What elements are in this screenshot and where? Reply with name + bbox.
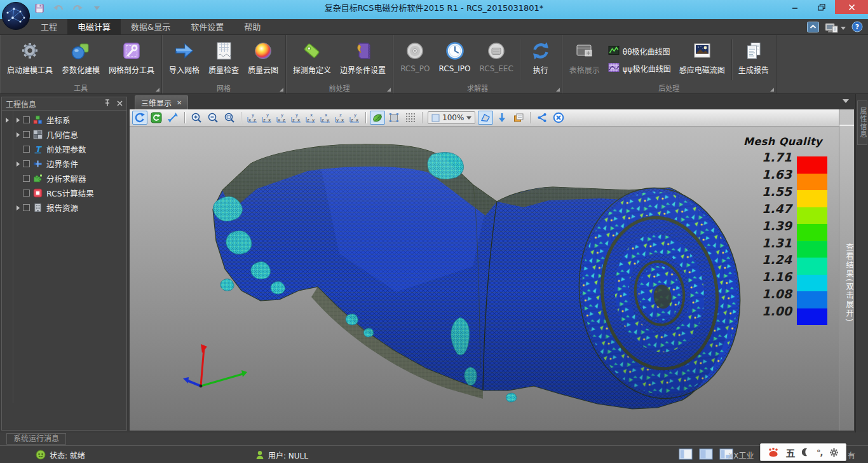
pan-tool-button[interactable] bbox=[165, 111, 180, 125]
ribbon-button-θθ极化曲线图[interactable]: θθ极化曲线图 bbox=[608, 45, 671, 59]
tree-checkbox[interactable] bbox=[23, 160, 30, 167]
watermark-text-left: XX工业 bbox=[728, 450, 754, 460]
scene-layers-button[interactable] bbox=[511, 111, 526, 125]
view-orientation-button-8[interactable]: zxy bbox=[348, 111, 362, 125]
legend-band-1.63 bbox=[797, 174, 827, 191]
drop-view-button[interactable] bbox=[494, 111, 510, 125]
ribbon-button-边界条件设置[interactable]: 边界条件设置 bbox=[336, 37, 390, 83]
help-icon[interactable]: ? bbox=[851, 21, 863, 35]
expander-icon[interactable] bbox=[17, 205, 20, 211]
menu-tab-project[interactable]: 工程 bbox=[31, 19, 67, 35]
expander-icon[interactable] bbox=[17, 162, 20, 167]
property-info-tab[interactable]: 属性信息 bbox=[857, 100, 867, 145]
ribbon-button-RCS_EEC[interactable]: RCS_EEC bbox=[475, 37, 518, 83]
menu-tab-data-display[interactable]: 数据&显示 bbox=[121, 19, 180, 35]
ribbon-button-执行[interactable]: 执行 bbox=[522, 37, 559, 83]
close-view-button[interactable] bbox=[551, 111, 566, 125]
panel-close-icon[interactable] bbox=[117, 99, 123, 108]
layout-left-panel-button[interactable] bbox=[679, 448, 693, 460]
ribbon-button-RCS_IPO[interactable]: RCS_IPO bbox=[435, 37, 475, 83]
tree-item-分析求解器[interactable]: 分析求解器 bbox=[2, 171, 126, 186]
system-messages-tab[interactable]: 系统运行消息 bbox=[6, 433, 66, 445]
minimize-button[interactable] bbox=[782, 0, 808, 14]
tree-checkbox[interactable] bbox=[23, 146, 30, 153]
ime-settings-gear-icon[interactable] bbox=[829, 448, 839, 457]
ribbon-button-label: 感应电磁流图 bbox=[679, 64, 725, 75]
view-orientation-button-1[interactable]: xzy bbox=[245, 111, 259, 125]
legend-color-bar bbox=[797, 156, 827, 325]
menu-tab-em-compute[interactable]: 电磁计算 bbox=[67, 19, 121, 35]
tree-item-几何信息[interactable]: 几何信息 bbox=[2, 127, 126, 142]
view-orientation-button-2[interactable]: zxy bbox=[260, 111, 274, 125]
clip-plane-button[interactable] bbox=[478, 111, 493, 125]
ribbon-button-启动建模工具[interactable]: 启动建模工具 bbox=[3, 37, 57, 83]
restore-button[interactable] bbox=[808, 0, 835, 14]
view-orientation-button-7[interactable]: yxz bbox=[333, 111, 347, 125]
collapse-ribbon-button[interactable] bbox=[807, 22, 819, 35]
menu-tab-help[interactable]: 帮助 bbox=[234, 19, 271, 35]
tree-checkbox[interactable] bbox=[23, 190, 30, 197]
view-orientation-button-5[interactable]: zyx bbox=[304, 111, 318, 125]
layout-split-panel-button[interactable] bbox=[699, 448, 713, 460]
mesh-quality-legend: Mesh Quality 1.711.631.551.471.391.311.2… bbox=[738, 135, 827, 324]
ribbon-button-RCS_PO[interactable]: RCS_PO bbox=[396, 37, 434, 83]
viewport-toolbar: xzyzxyxzyzxyzyxzyxyxzzxy bbox=[130, 109, 839, 127]
tree-item-RCS计算结果[interactable]: RCS计算结果 bbox=[2, 186, 126, 200]
tab-3d-display[interactable]: 三维显示 ✕ bbox=[135, 95, 188, 109]
group-expand-corner-icon[interactable] bbox=[770, 88, 774, 92]
tree-item-报告资源[interactable]: 报告资源 bbox=[2, 200, 126, 215]
ribbon-button-生成报告[interactable]: 生成报告 bbox=[734, 37, 773, 83]
ribbon-button-质量检查[interactable]: 质量检查 bbox=[204, 37, 243, 83]
ribbon-button-质量云图[interactable]: 质量云图 bbox=[243, 37, 283, 83]
group-expand-corner-icon[interactable] bbox=[156, 88, 159, 92]
ribbon-button-探测角定义[interactable]: 探测角定义 bbox=[288, 37, 336, 83]
view-orientation-button-6[interactable]: zyx bbox=[318, 111, 332, 125]
results-collapsed-strip[interactable]: 查看结果(双击展开) bbox=[839, 109, 854, 431]
ribbon-button-表格展示[interactable]: 表格展示 bbox=[565, 37, 604, 83]
zoom-out-button[interactable] bbox=[205, 111, 220, 125]
close-button[interactable] bbox=[835, 0, 868, 14]
ribbon-button-ψψ极化曲线图[interactable]: ψψ极化曲线图 bbox=[608, 62, 671, 76]
ime-mode-label[interactable]: 五 bbox=[785, 446, 795, 459]
refresh-view-button[interactable] bbox=[149, 111, 164, 125]
tab-list-dropdown-icon[interactable] bbox=[843, 99, 849, 103]
ribbon-button-感应电磁流图[interactable]: 感应电磁流图 bbox=[675, 37, 729, 83]
menu-tab-software-settings[interactable]: 软件设置 bbox=[180, 19, 234, 35]
group-expand-corner-icon[interactable] bbox=[280, 88, 283, 92]
tree-item-边界条件[interactable]: 边界条件 bbox=[2, 156, 126, 171]
tree-checkbox[interactable] bbox=[23, 116, 30, 123]
view-orientation-button-4[interactable]: zxy bbox=[289, 111, 303, 125]
legend-value: 1.31 bbox=[762, 237, 792, 249]
expander-icon[interactable] bbox=[17, 118, 20, 123]
tree-checkbox[interactable] bbox=[23, 204, 30, 211]
ribbon-button-导入网格[interactable]: 导入网格 bbox=[165, 37, 204, 83]
smooth-shading-button[interactable] bbox=[370, 111, 385, 125]
ime-toolbar[interactable]: 五 °, bbox=[760, 443, 846, 461]
report-window-icon[interactable] bbox=[825, 22, 846, 34]
zoom-fit-button[interactable] bbox=[222, 111, 237, 125]
view-orientation-button-3[interactable]: xzy bbox=[275, 111, 288, 125]
render-canvas-3d[interactable]: Mesh Quality 1.711.631.551.471.391.311.2… bbox=[130, 127, 839, 431]
expander-icon[interactable] bbox=[17, 132, 20, 137]
root-expander-icon[interactable] bbox=[6, 118, 9, 123]
tree-checkbox[interactable] bbox=[23, 175, 30, 182]
ribbon-button-网格剖分工具[interactable]: 网格剖分工具 bbox=[104, 37, 159, 83]
group-expand-corner-icon[interactable] bbox=[556, 88, 560, 92]
zoom-level-select[interactable]: 100% bbox=[428, 111, 475, 124]
ime-brand-paw-icon[interactable] bbox=[768, 447, 779, 457]
tree-item-坐标系[interactable]: 坐标系 bbox=[2, 113, 126, 127]
wireframe-points-button[interactable] bbox=[403, 111, 418, 125]
group-expand-corner-icon[interactable] bbox=[387, 88, 391, 92]
flat-shading-button[interactable] bbox=[386, 111, 402, 125]
tab-close-icon[interactable]: ✕ bbox=[177, 99, 182, 106]
ime-punctuation-icon[interactable]: °, bbox=[817, 448, 822, 457]
zoom-in-button[interactable] bbox=[189, 111, 204, 125]
rotate-tool-button[interactable] bbox=[132, 111, 147, 125]
tree-checkbox[interactable] bbox=[23, 131, 30, 138]
ime-halfmoon-icon[interactable] bbox=[802, 448, 810, 457]
ribbon-button-参数化建模[interactable]: 参数化建模 bbox=[57, 37, 104, 83]
share-view-button[interactable] bbox=[534, 111, 550, 125]
pin-icon[interactable] bbox=[104, 99, 111, 109]
app-logo[interactable] bbox=[1, 1, 31, 31]
tree-item-前处理参数[interactable]: T前处理参数 bbox=[2, 142, 126, 156]
